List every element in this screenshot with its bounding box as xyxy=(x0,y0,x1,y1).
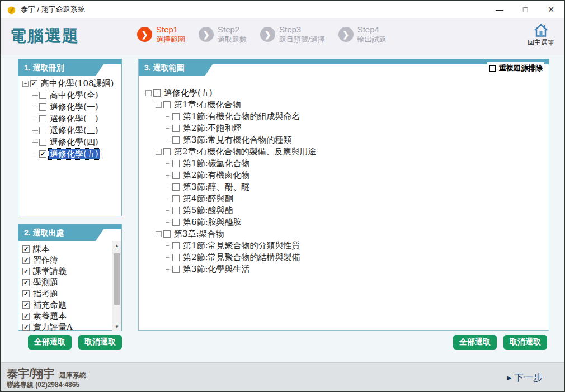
home-button[interactable]: 回主選單 xyxy=(525,23,557,48)
node-label[interactable]: 第1節:常見聚合物的分類與性質 xyxy=(182,240,302,251)
tree-connector xyxy=(32,107,38,107)
maximize-button[interactable]: □ xyxy=(512,1,538,18)
source-label[interactable]: 學測題 xyxy=(32,277,59,288)
node-label[interactable]: 高中化學(108課綱) xyxy=(40,78,115,89)
sources-deselect-all-button[interactable]: 取消選取 xyxy=(78,335,122,350)
source-checkbox[interactable]: ✓ xyxy=(22,324,30,331)
node-checkbox[interactable] xyxy=(172,266,180,273)
duplicate-source-filter[interactable]: 重複題源排除 xyxy=(487,62,544,74)
footer-band: 泰宇/翔宇 題庫系統 聯絡專線 (02)2984-4865 ▶ 下一步 xyxy=(1,362,564,391)
node-checkbox[interactable] xyxy=(39,115,46,122)
node-label[interactable]: 第2節:有機鹵化物 xyxy=(182,170,251,181)
step-chevron-icon: ❯ xyxy=(338,27,354,42)
source-label[interactable]: 課本 xyxy=(32,244,51,254)
tree-expander-icon[interactable]: − xyxy=(156,149,162,155)
title-bar: 泰宇 / 翔宇命題系統 — □ ✕ xyxy=(1,1,564,18)
node-checkbox[interactable] xyxy=(172,136,180,144)
tree-expander-icon[interactable]: − xyxy=(156,231,162,237)
node-checkbox[interactable] xyxy=(39,103,46,111)
tree-node-row: 第6節:胺與醯胺 xyxy=(166,216,548,228)
node-checkbox[interactable]: ✓ xyxy=(39,150,46,158)
tree-node-row: −第2章:有機化合物的製備、反應與用途 xyxy=(156,146,548,158)
source-checkbox[interactable]: ✓ xyxy=(22,257,30,264)
node-checkbox[interactable] xyxy=(172,125,180,132)
source-checkbox[interactable]: ✓ xyxy=(22,290,30,297)
sources-select-all-button[interactable]: 全部選取 xyxy=(28,335,72,350)
tree-connector xyxy=(32,95,38,96)
minimize-button[interactable]: — xyxy=(487,1,512,18)
next-step-button[interactable]: ▶ 下一步 xyxy=(507,371,543,384)
node-checkbox[interactable] xyxy=(172,242,180,249)
node-label[interactable]: 第1節:碳氫化合物 xyxy=(182,158,251,169)
node-label[interactable]: 選修化學(三) xyxy=(49,125,100,136)
node-checkbox[interactable] xyxy=(172,207,180,214)
tree-connector xyxy=(166,245,171,246)
source-checkbox[interactable]: ✓ xyxy=(22,279,30,286)
source-checkbox[interactable]: ✓ xyxy=(22,313,30,320)
node-checkbox[interactable] xyxy=(172,183,180,191)
node-label[interactable]: 選修化學(五) xyxy=(163,88,214,98)
node-label[interactable]: 第1節:有機化合物的組成與命名 xyxy=(182,111,302,122)
node-checkbox[interactable] xyxy=(153,89,161,97)
node-label[interactable]: 選修化學(四) xyxy=(49,137,100,148)
node-checkbox[interactable] xyxy=(39,92,46,99)
source-label[interactable]: 指考題 xyxy=(32,289,59,299)
node-checkbox[interactable] xyxy=(172,219,180,226)
node-label[interactable]: 第4節:醛與酮 xyxy=(182,193,234,204)
source-checkbox[interactable]: ✓ xyxy=(22,301,30,309)
panel3-button-row: 全部選取 取消選取 xyxy=(453,335,547,350)
scroll-down-icon[interactable]: ▼ xyxy=(112,322,121,331)
tree-connector xyxy=(32,154,38,154)
app-window: 泰宇 / 翔宇命題系統 — □ ✕ 電腦選題 ❯Step1選擇範圍❯Step2選… xyxy=(0,0,565,392)
node-label[interactable]: 第5節:酸與酯 xyxy=(182,205,234,216)
scrollbar-thumb[interactable] xyxy=(114,253,120,305)
node-label[interactable]: 選修化學(二) xyxy=(49,114,100,124)
node-label[interactable]: 第6節:胺與醯胺 xyxy=(182,217,243,228)
node-label[interactable]: 第3章:聚合物 xyxy=(173,229,225,239)
node-label[interactable]: 高中化學(全) xyxy=(49,90,100,101)
node-label[interactable]: 第2章:有機化合物的製備、反應與用途 xyxy=(173,147,318,157)
tree-expander-icon[interactable]: − xyxy=(156,102,162,108)
range-deselect-all-button[interactable]: 取消選取 xyxy=(503,335,547,350)
node-label[interactable]: 第2節:不飽和烴 xyxy=(182,123,243,134)
scroll-up-icon[interactable]: ▲ xyxy=(112,241,121,250)
tree-expander-icon[interactable]: − xyxy=(22,81,29,87)
header-band: 電腦選題 ❯Step1選擇範圍❯Step2選取題數❯Step3題目預覽/選擇❯S… xyxy=(1,18,564,55)
node-checkbox[interactable] xyxy=(172,113,180,120)
tree-connector xyxy=(166,210,171,211)
node-label[interactable]: 第3節:常見有機化合物的種類 xyxy=(182,135,293,145)
range-select-all-button[interactable]: 全部選取 xyxy=(453,335,497,350)
node-label[interactable]: 第1章:有機化合物 xyxy=(173,100,242,110)
source-checkbox[interactable]: ✓ xyxy=(22,268,30,275)
node-label[interactable]: 第2節:常見聚合物的結構與製備 xyxy=(182,252,302,263)
source-checkbox[interactable]: ✓ xyxy=(22,245,30,253)
panel1-header: 1. 選取冊別 xyxy=(18,59,121,76)
node-checkbox[interactable] xyxy=(39,127,46,134)
node-checkbox[interactable] xyxy=(39,139,46,146)
node-checkbox[interactable] xyxy=(163,101,171,108)
source-list-scrollbar[interactable]: ▲ ▼ xyxy=(112,241,121,331)
node-checkbox[interactable] xyxy=(172,195,180,202)
app-icon xyxy=(7,5,16,15)
node-checkbox[interactable] xyxy=(172,160,180,167)
node-checkbox[interactable] xyxy=(163,148,171,155)
close-button[interactable]: ✕ xyxy=(538,1,564,18)
tree-expander-icon[interactable]: − xyxy=(145,90,152,96)
source-label[interactable]: 素養題本 xyxy=(32,311,68,322)
node-label[interactable]: 選修化學(一) xyxy=(49,102,100,112)
source-label[interactable]: 課堂講義 xyxy=(32,266,68,277)
source-label[interactable]: 補充命題 xyxy=(32,300,68,310)
source-label[interactable]: 實力評量A xyxy=(32,322,74,333)
node-checkbox[interactable] xyxy=(163,230,171,238)
node-checkbox[interactable]: ✓ xyxy=(30,80,37,87)
tree-node-row: 第4節:醛與酮 xyxy=(166,193,548,205)
duplicate-source-checkbox[interactable] xyxy=(489,65,496,72)
source-label[interactable]: 習作簿 xyxy=(32,255,59,266)
tree-node-row: −第3章:聚合物 xyxy=(156,228,548,240)
node-label[interactable]: 第3節:醇、酚、醚 xyxy=(182,182,251,192)
node-checkbox[interactable] xyxy=(172,254,180,261)
node-label[interactable]: 選修化學(五) xyxy=(49,149,100,159)
node-checkbox[interactable] xyxy=(172,172,180,179)
node-label[interactable]: 第3節:化學與生活 xyxy=(182,264,251,275)
source-item-row: ✓素養題本 xyxy=(22,310,121,322)
